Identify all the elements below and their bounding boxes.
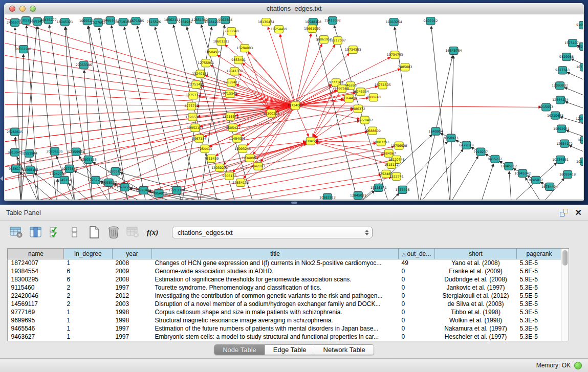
column-header-name[interactable]: name	[8, 249, 64, 259]
citation-edge-black[interactable]	[509, 171, 511, 200]
graph-node[interactable]: 12093218	[576, 115, 583, 122]
network-graph-canvas[interactable]: 2405572491053132069140616435277180453211…	[5, 14, 583, 200]
citation-edge-black[interactable]	[569, 146, 583, 154]
table-row[interactable]: 946362711997Embryonic stem cells: a mode…	[8, 333, 561, 341]
citation-edge-black[interactable]	[567, 130, 583, 138]
graph-node[interactable]: 18807293	[373, 138, 389, 146]
table-row[interactable]: 946554611997Estimation of the future num…	[8, 324, 561, 333]
graph-node[interactable]: 1080748	[366, 94, 381, 101]
citation-edge-red[interactable]	[5, 28, 295, 105]
column-header-in-degree[interactable]: in_degree	[64, 249, 113, 259]
delete-table-icon[interactable]	[126, 225, 140, 239]
graph-node[interactable]: 7254413	[198, 145, 212, 152]
graph-node[interactable]: 1733426	[396, 186, 410, 193]
citation-edge-red[interactable]	[316, 141, 381, 142]
graph-node[interactable]: 12654172	[556, 140, 573, 147]
graph-node[interactable]: 12905135	[80, 156, 97, 163]
panel-collapse-arrow-icon[interactable]	[0, 176, 3, 181]
citation-edge-black[interactable]	[57, 179, 58, 200]
graph-node[interactable]: 20364436	[341, 95, 357, 102]
graph-node[interactable]: 16839412	[223, 79, 239, 86]
column-header-title[interactable]: title	[152, 249, 399, 259]
network-view-window[interactable]: citations_edges.txt 24055724910531320691…	[4, 3, 584, 201]
citation-edge-black[interactable]	[30, 159, 39, 200]
graph-node[interactable]: 17359924	[68, 148, 84, 156]
graph-node[interactable]: 9227343	[555, 67, 570, 74]
table-row[interactable]: 969969511998Structural magnetic resonanc…	[8, 316, 561, 324]
table-row[interactable]: 1456911722003Disruption of a novel membe…	[8, 300, 561, 308]
graph-node[interactable]: 4275712	[184, 102, 199, 110]
close-icon[interactable]: ✕	[575, 209, 582, 217]
graph-node[interactable]: 10213854	[576, 158, 583, 165]
graph-node[interactable]: 20551941	[15, 46, 32, 53]
graph-node[interactable]: 20053346	[76, 61, 92, 69]
tab-edge-table[interactable]: Edge Table	[265, 345, 315, 355]
graph-node[interactable]: 18130474	[258, 18, 274, 26]
graph-node[interactable]: 9156176	[9, 165, 23, 172]
graph-node[interactable]: 1640954	[429, 127, 443, 135]
table-row[interactable]: 1830029562008Estimation of significance …	[8, 275, 561, 283]
new-document-icon[interactable]	[87, 225, 101, 239]
column-header-out-de-[interactable]: △out_de...	[399, 249, 435, 259]
memory-ok-indicator[interactable]	[574, 362, 582, 369]
table-row[interactable]: 1872400712008Changes of HCN gene express…	[8, 259, 561, 267]
citation-edge-black[interactable]	[564, 87, 583, 97]
graph-node[interactable]: 16648784	[445, 47, 462, 55]
function-builder-icon[interactable]: f(x)	[145, 225, 160, 239]
graph-node[interactable]: 18601212	[213, 38, 229, 46]
table-scrollbar[interactable]	[561, 249, 569, 341]
citation-edge-red[interactable]	[295, 34, 311, 106]
graph-node[interactable]: 10582913	[319, 193, 336, 200]
graph-node[interactable]: 9853401	[231, 56, 246, 64]
graph-node[interactable]: 1275732	[186, 92, 200, 99]
citation-edge-red[interactable]	[5, 66, 295, 105]
citation-edge-red[interactable]	[5, 79, 295, 105]
graph-node[interactable]: 13030272	[211, 164, 228, 171]
table-row[interactable]: 2242004622012Investigating the contribut…	[8, 292, 561, 300]
citation-edge-black[interactable]	[565, 102, 583, 110]
graph-node[interactable]: 16734415	[576, 63, 583, 71]
graph-node[interactable]: 19756928	[391, 142, 407, 149]
graph-node[interactable]: 7515526	[146, 18, 161, 26]
graph-node[interactable]: 9407012	[424, 17, 438, 25]
graph-node[interactable]: 10688609	[364, 127, 381, 135]
graph-node[interactable]: 19734393	[345, 46, 361, 54]
citation-edge-red[interactable]	[295, 105, 309, 136]
zoom-window-icon[interactable]	[30, 6, 36, 12]
graph-node[interactable]: 9358923	[444, 134, 458, 142]
graph-node[interactable]: 9942103	[251, 162, 265, 170]
unselect-rows-icon[interactable]	[68, 225, 82, 239]
citation-edge-black[interactable]	[481, 164, 493, 200]
graph-node[interactable]: 13240131	[192, 70, 208, 78]
citation-edge-red[interactable]	[295, 105, 541, 107]
graph-node[interactable]: 16945112	[500, 162, 517, 170]
graph-node[interactable]: 8215953	[539, 103, 553, 111]
scrollbar-thumb[interactable]	[562, 250, 568, 266]
network-window-titlebar[interactable]: citations_edges.txt	[4, 3, 584, 14]
citation-edge-black[interactable]	[137, 26, 182, 200]
graph-node[interactable]: 9105460	[576, 21, 583, 29]
graph-node[interactable]: 9329966	[559, 53, 574, 61]
select-all-icon[interactable]	[48, 225, 62, 239]
graph-node[interactable]: 15692931	[553, 125, 570, 133]
graph-node[interactable]: 11013254	[386, 18, 402, 26]
graph-node[interactable]: 11484093	[229, 135, 245, 142]
graph-node[interactable]: 10234561	[552, 156, 569, 163]
graph-node[interactable]: 2206848	[224, 28, 238, 35]
graph-node[interactable]: 9354982	[178, 18, 192, 26]
citation-edge-black[interactable]	[65, 27, 74, 200]
citation-edge-red[interactable]	[5, 15, 295, 105]
graph-node[interactable]: 9313942	[8, 148, 22, 156]
graph-node[interactable]: 9421305	[578, 136, 583, 144]
tab-node-table[interactable]: Node Table	[214, 345, 265, 355]
graph-node[interactable]: 18584939	[205, 49, 221, 56]
graph-node[interactable]: 12444154	[552, 96, 569, 104]
citation-edge-black[interactable]	[567, 72, 583, 81]
graph-node[interactable]: 15136141	[371, 184, 387, 191]
graph-node[interactable]: 7485083	[398, 63, 412, 71]
graph-node[interactable]: 15720407	[357, 116, 373, 124]
float-window-icon[interactable]	[560, 209, 568, 216]
citation-edge-red[interactable]	[295, 45, 335, 106]
column-header-short[interactable]: short	[435, 249, 517, 259]
delete-icon[interactable]	[106, 225, 121, 239]
